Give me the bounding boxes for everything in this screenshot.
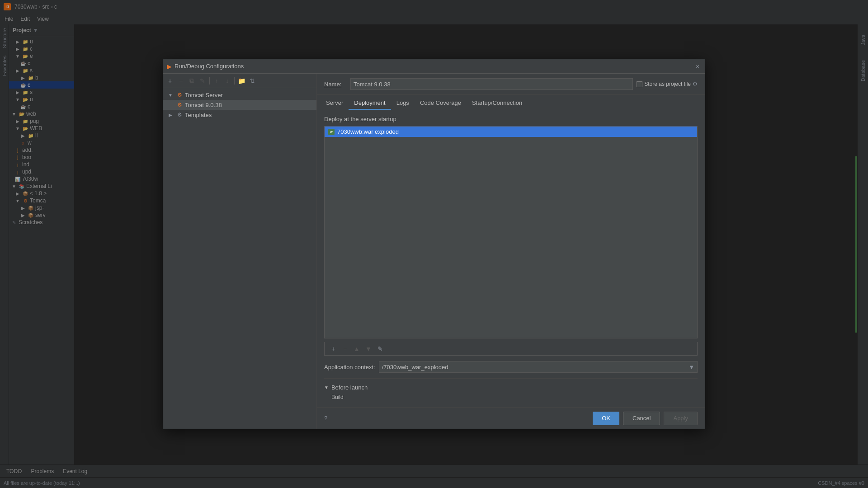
sort-button[interactable]: ⇅ <box>247 76 257 86</box>
chevron-down-icon: ▼ <box>167 91 174 99</box>
deploy-item-label: 7030wwb:war exploded <box>337 128 399 135</box>
deployment-content-area: Deploy at the server startup w 7030wwb:w… <box>317 110 705 407</box>
tomcat-server-icon: ⚙ <box>176 91 183 99</box>
gear-icon: ⚙ <box>176 111 183 118</box>
deploy-toolbar: + − ▲ ▼ ✎ <box>324 342 698 356</box>
deploy-artifacts-list[interactable]: w 7030wwb:war exploded <box>324 126 698 338</box>
templates-group[interactable]: ▶ ⚙ Templates <box>163 110 316 120</box>
dialog-footer: ? OK Cancel Apply <box>317 407 705 429</box>
run-debug-dialog: ▶ Run/Debug Configurations × + − ⧉ ✎ <box>163 59 705 429</box>
deploy-move-down-button[interactable]: ▼ <box>363 344 373 354</box>
before-launch-chevron-icon: ▼ <box>324 385 329 390</box>
dropdown-arrow-icon: ▼ <box>689 364 694 371</box>
move-up-button[interactable]: ↑ <box>212 76 222 86</box>
name-label: Name: <box>324 81 347 88</box>
deploy-add-button[interactable]: + <box>328 344 338 354</box>
before-launch-section: ▼ Before launch Build <box>324 378 698 402</box>
run-debug-icon: ▶ <box>167 63 172 70</box>
tab-startup-connection[interactable]: Startup/Connection <box>467 97 528 110</box>
before-launch-header[interactable]: ▼ Before launch <box>324 382 698 393</box>
folder-button[interactable]: 📁 <box>236 76 246 86</box>
deploy-remove-button[interactable]: − <box>340 344 350 354</box>
tomcat-instance[interactable]: ⚙ Tomcat 9.0.38 <box>163 100 316 110</box>
remove-config-button[interactable]: − <box>176 76 186 86</box>
tomcat-server-group[interactable]: ▼ ⚙ Tomcat Server <box>163 90 316 100</box>
store-as-project-checkbox[interactable] <box>637 81 642 87</box>
tomcat-instance-icon: ⚙ <box>176 101 183 108</box>
copy-config-button[interactable]: ⧉ <box>187 76 197 86</box>
war-artifact-icon: w <box>328 129 335 135</box>
app-context-row: Application context: /7030wwb_war_explod… <box>324 361 698 373</box>
ide-background: IJ 7030wwb › src › c File Edit View Stru… <box>0 0 868 488</box>
templates-label: Templates <box>185 112 212 118</box>
tab-code-coverage[interactable]: Code Coverage <box>415 97 467 110</box>
dialog-tree-panel: + − ⧉ ✎ ↑ ↓ 📁 ⇅ <box>163 74 317 429</box>
deploy-at-startup-label: Deploy at the server startup <box>324 116 698 122</box>
before-launch-build-item[interactable]: Build <box>324 393 698 402</box>
tab-deployment[interactable]: Deployment <box>349 97 391 110</box>
name-input[interactable] <box>350 78 633 90</box>
name-row: Name: Store as project file ⚙ <box>317 74 705 95</box>
dialog-titlebar: ▶ Run/Debug Configurations × <box>163 59 705 74</box>
dialog-config-tree: ▼ ⚙ Tomcat Server ⚙ Tomcat <box>163 88 316 429</box>
store-as-project-label: Store as project file <box>644 81 691 87</box>
deploy-item-war-exploded[interactable]: w 7030wwb:war exploded <box>325 127 697 137</box>
ok-button[interactable]: OK <box>593 412 619 425</box>
dialog-title-text: Run/Debug Configurations <box>175 63 244 70</box>
dialog-overlay: ▶ Run/Debug Configurations × + − ⧉ ✎ <box>0 0 868 488</box>
build-label: Build <box>331 394 344 400</box>
before-launch-label: Before launch <box>331 384 368 391</box>
dialog-title-area: ▶ Run/Debug Configurations <box>167 63 244 70</box>
edit-config-button[interactable]: ✎ <box>198 76 208 86</box>
dialog-close-button[interactable]: × <box>694 63 701 70</box>
tab-server[interactable]: Server <box>321 97 349 110</box>
help-icon[interactable]: ? <box>324 415 327 422</box>
config-tabs-row: Server Deployment Logs Code Coverage Sta… <box>317 95 705 110</box>
cancel-button[interactable]: Cancel <box>623 412 660 425</box>
apply-button[interactable]: Apply <box>664 412 698 425</box>
tab-logs[interactable]: Logs <box>391 97 415 110</box>
dialog-content-panel: Name: Store as project file ⚙ Server Dep… <box>317 74 705 429</box>
app-context-dropdown[interactable]: /7030wwb_war_exploded ▼ <box>379 361 698 373</box>
move-down-button[interactable]: ↓ <box>222 76 232 86</box>
store-as-project-area: Store as project file ⚙ <box>637 81 698 87</box>
app-context-value: /7030wwb_war_exploded <box>382 364 448 371</box>
gear-settings-icon: ⚙ <box>693 81 698 87</box>
add-config-button[interactable]: + <box>165 76 175 86</box>
app-context-label: Application context: <box>324 364 375 371</box>
toolbar-separator-2 <box>234 77 235 84</box>
deploy-move-up-button[interactable]: ▲ <box>352 344 362 354</box>
chevron-right-icon: ▶ <box>167 111 174 118</box>
dialog-body: + − ⧉ ✎ ↑ ↓ 📁 ⇅ <box>163 74 705 429</box>
deploy-edit-button[interactable]: ✎ <box>375 344 385 354</box>
toolbar-separator <box>209 77 210 84</box>
tomcat-server-label: Tomcat Server <box>185 92 223 99</box>
tomcat-instance-label: Tomcat 9.0.38 <box>185 102 222 108</box>
dialog-tree-toolbar: + − ⧉ ✎ ↑ ↓ 📁 ⇅ <box>163 74 316 88</box>
